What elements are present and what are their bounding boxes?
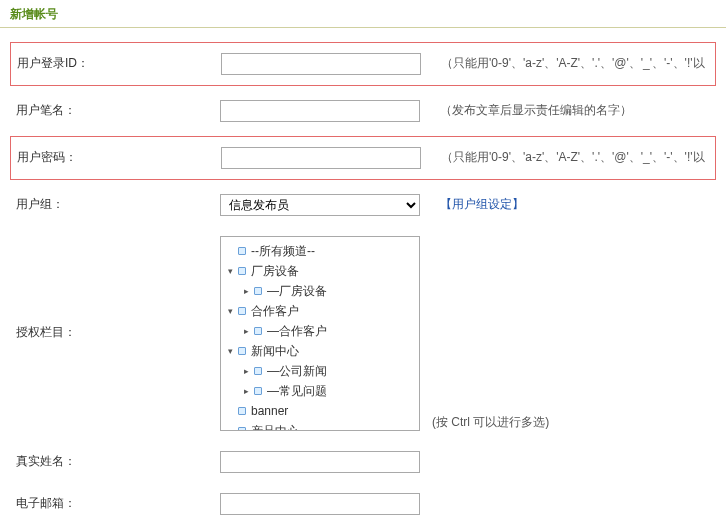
select-group[interactable]: 信息发布员 [220,194,420,216]
tree-item-label: 新闻中心 [251,343,299,359]
chevron-right-icon[interactable]: ▸ [241,363,251,379]
tree-item[interactable]: ▾新闻中心 [223,341,417,361]
tree-item[interactable]: ▸—厂房设备 [223,281,417,301]
tree-bullet-icon [238,347,246,355]
tree-bullet-icon [238,407,246,415]
label-columns: 授权栏目： [10,236,220,341]
tree-item-label: 产品中心 [251,423,299,431]
label-penname: 用户笔名： [10,100,220,119]
tree-item[interactable]: ▸—常见问题 [223,381,417,401]
chevron-right-icon[interactable]: ▸ [241,383,251,399]
tree-item[interactable]: 产品中心 [223,421,417,431]
hint-columns-multi: (按 Ctrl 可以进行多选) [430,236,549,431]
tree-item[interactable]: ▸—公司新闻 [223,361,417,381]
panel-title: 新增帐号 [10,7,58,21]
chevron-right-icon[interactable]: ▸ [241,283,251,299]
hint-password: （只能用'0-9'、'a-z'、'A-Z'、'.'、'@'、'_'、'-'、'!… [431,147,715,166]
input-penname[interactable] [220,100,420,122]
row-group: 用户组： 信息发布员 【用户组设定】 [10,184,716,226]
tree-bullet-icon [254,387,262,395]
tree-item[interactable]: banner [223,401,417,421]
row-email: 电子邮箱： [10,483,716,515]
label-realname: 真实姓名： [10,451,220,470]
label-group: 用户组： [10,194,220,213]
row-login-id: 用户登录ID： （只能用'0-9'、'a-z'、'A-Z'、'.'、'@'、'_… [10,42,716,86]
input-email[interactable] [220,493,420,515]
label-login-id: 用户登录ID： [11,53,221,72]
tree-item-label: —公司新闻 [267,363,327,379]
label-password: 用户密码： [11,147,221,166]
label-email: 电子邮箱： [10,493,220,512]
tree-item-label: banner [251,403,288,419]
tree-item-label: —合作客户 [267,323,327,339]
link-group-settings[interactable]: 【用户组设定】 [440,197,524,211]
input-realname[interactable] [220,451,420,473]
tree-bullet-icon [238,307,246,315]
tree-item-label: --所有频道-- [251,243,315,259]
chevron-down-icon[interactable]: ▾ [225,303,235,319]
tree-bullet-icon [254,367,262,375]
tree-item-label: —厂房设备 [267,283,327,299]
tree-bullet-icon [254,287,262,295]
hint-login-id: （只能用'0-9'、'a-z'、'A-Z'、'.'、'@'、'_'、'-'、'!… [431,53,715,72]
panel-header: 新增帐号 [0,0,726,28]
tree-item[interactable]: ▾合作客户 [223,301,417,321]
tree-bullet-icon [238,267,246,275]
chevron-right-icon[interactable]: ▸ [241,323,251,339]
tree-bullet-icon [238,427,246,431]
row-penname: 用户笔名： （发布文章后显示责任编辑的名字） [10,90,716,132]
tree-item[interactable]: --所有频道-- [223,241,417,261]
tree-item[interactable]: ▸—合作客户 [223,321,417,341]
tree-bullet-icon [254,327,262,335]
form-body: 用户登录ID： （只能用'0-9'、'a-z'、'A-Z'、'.'、'@'、'_… [0,28,726,515]
tree-item[interactable]: ▾厂房设备 [223,261,417,281]
input-login-id[interactable] [221,53,421,75]
hint-penname: （发布文章后显示责任编辑的名字） [430,100,716,119]
row-password: 用户密码： （只能用'0-9'、'a-z'、'A-Z'、'.'、'@'、'_'、… [10,136,716,180]
chevron-down-icon[interactable]: ▾ [225,343,235,359]
row-columns: 授权栏目： --所有频道--▾厂房设备▸—厂房设备▾合作客户▸—合作客户▾新闻中… [10,226,716,441]
tree-item-label: 厂房设备 [251,263,299,279]
chevron-down-icon[interactable]: ▾ [225,263,235,279]
columns-tree[interactable]: --所有频道--▾厂房设备▸—厂房设备▾合作客户▸—合作客户▾新闻中心▸—公司新… [220,236,420,431]
tree-item-label: 合作客户 [251,303,299,319]
tree-bullet-icon [238,247,246,255]
row-realname: 真实姓名： [10,441,716,483]
input-password[interactable] [221,147,421,169]
tree-item-label: —常见问题 [267,383,327,399]
